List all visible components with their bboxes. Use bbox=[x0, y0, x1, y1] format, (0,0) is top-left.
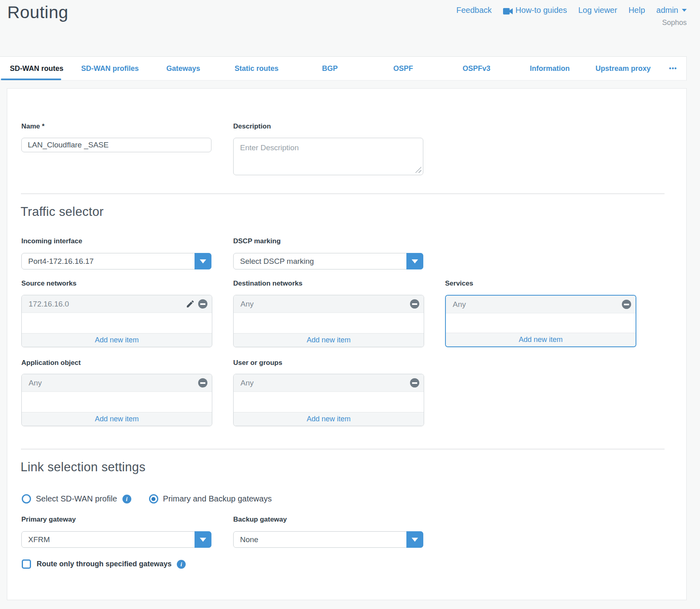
tab-sd-wan-routes[interactable]: SD-WAN routes bbox=[0, 57, 73, 80]
list-item: Any bbox=[446, 296, 636, 313]
source-networks-label: Source networks bbox=[21, 280, 77, 288]
service-item: Any bbox=[453, 300, 622, 309]
description-wrap bbox=[233, 138, 423, 175]
primary-backup-radio-label[interactable]: Primary and Backup gateways bbox=[163, 494, 272, 503]
admin-menu[interactable]: admin bbox=[657, 6, 687, 15]
services-box: Any Add new item bbox=[445, 295, 636, 347]
services-label: Services bbox=[445, 280, 473, 288]
info-icon[interactable]: i bbox=[177, 560, 186, 569]
tab-sd-wan-profiles[interactable]: SD-WAN profiles bbox=[73, 57, 147, 80]
sd-wan-route-form: Name * Description Traffic selector Inco… bbox=[7, 88, 687, 600]
application-object-item: Any bbox=[29, 379, 198, 387]
help-link[interactable]: Help bbox=[628, 6, 645, 15]
howto-guides-label: How-to guides bbox=[516, 6, 567, 15]
route-only-checkbox[interactable] bbox=[22, 559, 31, 569]
primary-gateway-dropdown-button[interactable] bbox=[195, 531, 211, 548]
required-asterisk: * bbox=[42, 122, 45, 130]
route-only-row: Route only through specified gateways i bbox=[22, 559, 186, 569]
name-label: Name * bbox=[21, 122, 45, 130]
incoming-interface-dropdown-button[interactable] bbox=[195, 253, 211, 269]
edit-icon[interactable] bbox=[186, 299, 195, 309]
add-new-item-button[interactable]: Add new item bbox=[446, 333, 636, 346]
dropdown-arrow-icon bbox=[412, 538, 418, 542]
tab-upstream-proxy[interactable]: Upstream proxy bbox=[586, 57, 660, 80]
dscp-marking-value: Select DSCP marking bbox=[234, 253, 423, 269]
dropdown-arrow-icon bbox=[412, 259, 418, 263]
primary-gateway-select[interactable]: XFRM bbox=[21, 531, 211, 548]
header-links: Feedback How-to guides Log viewer Help a… bbox=[456, 6, 687, 15]
page-title: Routing bbox=[7, 2, 68, 22]
name-label-text: Name bbox=[21, 122, 40, 130]
dropdown-arrow-icon bbox=[200, 538, 206, 542]
sdwan-profile-radio[interactable] bbox=[22, 494, 31, 503]
section-divider bbox=[21, 193, 665, 194]
application-object-box: Any Add new item bbox=[21, 374, 212, 426]
feedback-link-label: Feedback bbox=[456, 6, 492, 15]
add-new-item-button[interactable]: Add new item bbox=[22, 333, 212, 347]
video-camera-icon bbox=[503, 7, 513, 14]
dscp-marking-select[interactable]: Select DSCP marking bbox=[233, 253, 423, 269]
dscp-dropdown-button[interactable] bbox=[406, 253, 423, 269]
info-icon[interactable]: i bbox=[122, 495, 131, 503]
more-tabs-button[interactable]: ••• bbox=[660, 57, 686, 80]
application-object-label: Application object bbox=[21, 359, 81, 367]
list-item: Any bbox=[22, 374, 212, 392]
tab-gateways[interactable]: Gateways bbox=[147, 57, 220, 80]
remove-item-icon[interactable] bbox=[410, 299, 419, 309]
incoming-interface-value: Port4-172.16.16.17 bbox=[22, 253, 211, 269]
tab-bgp[interactable]: BGP bbox=[293, 57, 367, 80]
user-or-groups-item: Any bbox=[240, 379, 410, 387]
name-input[interactable] bbox=[21, 138, 211, 152]
list-item: Any bbox=[234, 295, 424, 313]
howto-guides-link[interactable]: How-to guides bbox=[503, 6, 567, 15]
box-filler bbox=[234, 392, 424, 412]
primary-backup-radio[interactable] bbox=[149, 494, 158, 503]
box-filler bbox=[234, 313, 424, 333]
remove-item-icon[interactable] bbox=[622, 300, 631, 309]
log-viewer-label: Log viewer bbox=[578, 6, 617, 15]
primary-gateway-value: XFRM bbox=[22, 532, 211, 547]
tab-static-routes[interactable]: Static routes bbox=[220, 57, 293, 80]
feedback-link[interactable]: Feedback bbox=[456, 6, 492, 15]
tab-ospfv3[interactable]: OSPFv3 bbox=[440, 57, 513, 80]
user-or-groups-box: Any Add new item bbox=[233, 374, 424, 426]
box-filler bbox=[22, 392, 212, 412]
route-only-checkbox-label[interactable]: Route only through specified gateways bbox=[37, 560, 172, 568]
list-item: 172.16.16.0 bbox=[22, 295, 212, 313]
tab-information[interactable]: Information bbox=[513, 57, 586, 80]
remove-item-icon[interactable] bbox=[198, 299, 207, 309]
traffic-selector-heading: Traffic selector bbox=[21, 205, 104, 219]
link-selection-heading: Link selection settings bbox=[21, 460, 145, 474]
link-selection-radios: Select SD-WAN profile i Primary and Back… bbox=[22, 494, 272, 503]
box-filler bbox=[22, 313, 212, 333]
box-filler bbox=[446, 313, 636, 333]
backup-gateway-dropdown-button[interactable] bbox=[406, 531, 423, 548]
destination-networks-box: Any Add new item bbox=[233, 295, 424, 347]
add-new-item-button[interactable]: Add new item bbox=[22, 412, 212, 426]
primary-gateway-label: Primary gateway bbox=[21, 516, 76, 524]
section-divider bbox=[21, 449, 665, 450]
destination-network-item: Any bbox=[240, 300, 410, 309]
add-new-item-button[interactable]: Add new item bbox=[234, 412, 424, 426]
description-input[interactable] bbox=[233, 138, 423, 175]
list-item: Any bbox=[234, 374, 424, 392]
log-viewer-link[interactable]: Log viewer bbox=[578, 6, 617, 15]
sdwan-profile-radio-label[interactable]: Select SD-WAN profile bbox=[36, 494, 117, 503]
backup-gateway-select[interactable]: None bbox=[233, 531, 423, 548]
user-or-groups-label: User or groups bbox=[233, 359, 282, 367]
brand-text: Sophos bbox=[662, 19, 687, 27]
admin-label: admin bbox=[657, 6, 678, 15]
chevron-down-icon bbox=[682, 9, 687, 12]
description-label: Description bbox=[233, 122, 271, 130]
incoming-interface-select[interactable]: Port4-172.16.16.17 bbox=[21, 253, 211, 269]
incoming-interface-label: Incoming interface bbox=[21, 237, 82, 245]
backup-gateway-label: Backup gateway bbox=[233, 516, 287, 524]
backup-gateway-value: None bbox=[234, 532, 423, 547]
destination-networks-label: Destination networks bbox=[233, 280, 302, 288]
source-network-item: 172.16.16.0 bbox=[29, 300, 186, 309]
tab-ospf[interactable]: OSPF bbox=[367, 57, 440, 80]
remove-item-icon[interactable] bbox=[198, 378, 207, 387]
remove-item-icon[interactable] bbox=[410, 378, 419, 387]
routing-tabs: SD-WAN routes SD-WAN profiles Gateways S… bbox=[0, 56, 687, 81]
add-new-item-button[interactable]: Add new item bbox=[234, 333, 424, 347]
